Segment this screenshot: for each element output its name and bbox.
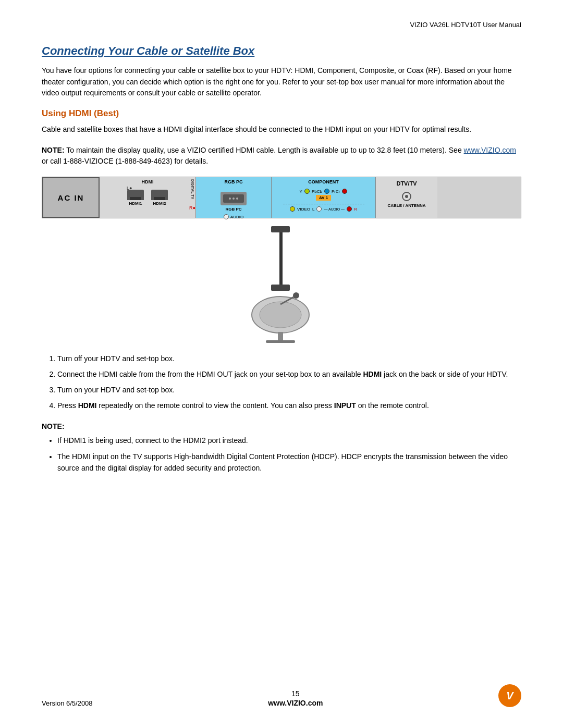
dtv-section: DTV/TV CABLE / ANTENNA	[376, 177, 437, 218]
sub-section-title: Using HDMI (Best)	[42, 108, 521, 119]
cable-svg	[203, 224, 360, 343]
component-top-row: Y PbCb PrCr	[300, 189, 348, 194]
step-3: Turn on your HDTV and set-top box.	[57, 384, 521, 397]
ac-in-label: AC IN	[58, 193, 84, 202]
step-1: Turn off your HDTV and set-top box.	[57, 353, 521, 365]
r-label: R	[354, 207, 357, 212]
pr-label: PrCr	[332, 189, 340, 194]
cable-top-connector	[271, 226, 290, 232]
hdmi2-port: HDMI2	[151, 190, 168, 206]
hdmi2-icon	[151, 190, 168, 200]
cable-line	[279, 232, 283, 285]
cable-satellite-diagram	[42, 224, 521, 343]
step-4: Press HDMI repeatedly on the remote cont…	[57, 400, 521, 412]
cable-bottom-connector	[271, 285, 290, 291]
vizio-link[interactable]: www.VIZIO.com	[464, 146, 516, 154]
hdmi2-label: HDMI2	[153, 201, 166, 206]
page-header: VIZIO VA26L HDTV10T User Manual	[42, 21, 521, 29]
l-dot	[316, 206, 322, 212]
instructions-list: Turn off your HDTV and set-top box. Conn…	[57, 353, 521, 412]
audio-dashes: — AUDIO —	[324, 207, 345, 211]
component-content: Y PbCb PrCr AV 1 VIDEO L	[273, 189, 374, 212]
step-2: Connect the HDMI cable from the from the…	[57, 368, 521, 381]
footer: Version 6/5/2008 15 www.VIZIO.com V	[42, 684, 521, 707]
av1-label: AV 1	[319, 195, 328, 200]
footer-url: www.VIZIO.com	[268, 699, 323, 707]
ac-in-section: AC IN	[42, 177, 100, 218]
section-title: Connecting Your Cable or Satellite Box	[42, 44, 521, 58]
pb-label: PbCb	[312, 189, 322, 194]
hdmi-r-dot: R●	[189, 205, 195, 211]
dish-inner	[260, 302, 301, 328]
rgb-audio-dot	[224, 214, 229, 219]
hdmi1-label: HDMI1	[129, 201, 142, 206]
dish-feed	[293, 292, 299, 299]
pb-dot	[324, 189, 329, 194]
hdmi1-port: HDMI1	[127, 190, 144, 206]
vga-port-icon	[221, 192, 247, 205]
dish-base	[266, 340, 295, 343]
digital-tv-label: DIGITAL TV	[191, 179, 194, 199]
component-label: COMPONENT	[308, 179, 339, 184]
rgb-audio-row: AUDIO	[224, 214, 243, 219]
footer-center: 15 www.VIZIO.com	[268, 689, 323, 707]
vizio-logo-letter: V	[506, 690, 513, 702]
pr-dot	[342, 189, 347, 194]
footer-version: Version 6/5/2008	[42, 699, 93, 707]
rgb-pc-label: RGB PC	[224, 179, 242, 184]
note-bold: NOTE:	[42, 422, 65, 430]
dotted-separator	[283, 204, 364, 204]
hdmi1-icon	[127, 190, 144, 200]
av1-bar: AV 1	[316, 195, 331, 201]
page-container: VIZIO VA26L HDTV10T User Manual Connecti…	[0, 0, 563, 728]
rgb-audio-label: AUDIO	[230, 215, 243, 219]
note-bullet-list: If HDMI1 is being used, connect to the H…	[57, 435, 521, 474]
y-label: Y	[300, 189, 302, 194]
note-section: NOTE: If HDMI1 is being used, connect to…	[42, 422, 521, 474]
footer-logo-container: V	[498, 684, 521, 707]
connector-diagram: AC IN HDMI L● HDMI1 HDMI2 R●	[42, 177, 521, 218]
y-dot	[304, 189, 310, 194]
rgb-pc-sublabel: RGB PC	[225, 207, 241, 212]
component-bottom-row: VIDEO L — AUDIO — R	[290, 206, 357, 212]
page-number: 15	[268, 689, 323, 698]
r-dot	[347, 206, 352, 212]
sub-body-text: Cable and satellite boxes that have a HD…	[42, 124, 521, 135]
hdmi-label: HDMI	[142, 179, 154, 184]
rgb-pc-content: RGB PC AUDIO	[221, 190, 247, 219]
l-label: L	[312, 207, 314, 212]
note-bullet-2: The HDMI input on the TV supports High-b…	[57, 451, 521, 474]
cable-antenna-label: CABLE / ANTENNA	[387, 203, 425, 208]
video-label: VIDEO	[297, 207, 310, 212]
rgb-pc-section: RGB PC RGB PC AUDIO	[196, 177, 272, 218]
header-title: VIZIO VA26L HDTV10T User Manual	[410, 21, 521, 29]
dish-stand	[278, 332, 283, 341]
note-text-part2: or call 1-888-VIZIOCE (1-888-849-4623) f…	[42, 157, 208, 165]
footer-url-bold: www.VIZIO.com	[268, 699, 323, 707]
video-dot	[290, 206, 295, 212]
dtv-content: CABLE / ANTENNA	[387, 192, 425, 208]
vizio-logo: V	[498, 684, 521, 707]
hdmi-section: HDMI L● HDMI1 HDMI2 R● DIGITAL TV	[100, 177, 196, 218]
hdmi-ports: L● HDMI1 HDMI2 R●	[127, 190, 168, 206]
note-bold-label: NOTE:	[42, 146, 65, 154]
note-bullet-1: If HDMI1 is being used, connect to the H…	[57, 435, 521, 446]
component-section: COMPONENT Y PbCb PrCr AV 1	[272, 177, 376, 218]
dtv-dot	[402, 192, 411, 201]
note-paragraph: NOTE: To maintain the display quality, u…	[42, 145, 521, 167]
note-label: NOTE:	[42, 422, 521, 430]
intro-paragraph: You have four options for connecting you…	[42, 65, 521, 99]
dtv-label: DTV/TV	[396, 180, 417, 187]
note-text-part1: To maintain the display quality, use a V…	[66, 146, 463, 154]
